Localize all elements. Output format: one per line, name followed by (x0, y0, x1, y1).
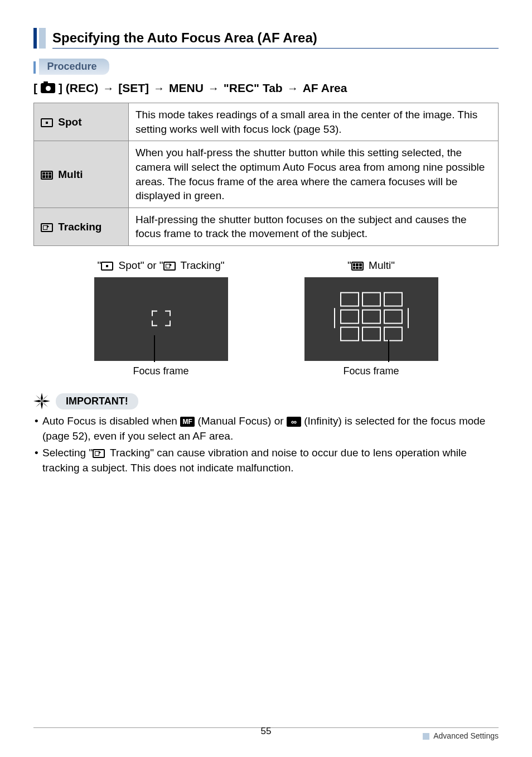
important-label: IMPORTANT! (56, 393, 138, 409)
menu-label: MENU (169, 81, 204, 95)
accent-bar-light (39, 28, 46, 49)
mode-multi-desc: When you half-press the shutter button w… (129, 141, 499, 208)
mf-icon: MF (180, 417, 195, 427)
table-row: Tracking Half-pressing the shutter butto… (34, 208, 499, 245)
mode-spot-desc: This mode takes readings of a small area… (129, 103, 499, 141)
arrow-icon: → (103, 82, 114, 95)
breadcrumb: [ ] (REC) → [SET] → MENU → "REC" Tab → A… (33, 81, 499, 95)
page-footer: 55 Advanced Settings (33, 727, 499, 740)
footer-accent-icon (423, 733, 429, 740)
arrow-icon: → (287, 82, 298, 95)
accent-bar (33, 28, 37, 49)
spot-icon (101, 262, 113, 271)
af-label: AF Area (303, 81, 347, 95)
spot-icon (41, 118, 53, 127)
mode-multi-cell: Multi (34, 141, 129, 208)
procedure-bar-icon (33, 61, 36, 74)
important-section: IMPORTANT! Auto Focus is disabled when M… (33, 393, 499, 475)
focus-frame-brackets (152, 311, 171, 326)
section-title: Specifying the Auto Focus Area (AF Area) (52, 28, 499, 49)
vf-caption-left: Focus frame (94, 365, 228, 377)
page-number: 55 (261, 726, 272, 737)
arrow-icon: → (153, 82, 165, 95)
arrow-icon: → (208, 82, 219, 95)
vf-left-label: " Spot" or " Tracking" (94, 259, 228, 272)
svg-marker-3 (33, 400, 42, 402)
bullet-item: Selecting " Tracking" can cause vibratio… (33, 446, 499, 475)
viewfinder-multi (304, 277, 438, 361)
procedure-heading: Procedure (33, 59, 499, 75)
section-header: Specifying the Auto Focus Area (AF Area) (33, 28, 499, 49)
af-area-table: Spot This mode takes readings of a small… (33, 103, 499, 246)
viewfinder-spot (94, 277, 228, 361)
burst-icon (33, 393, 50, 409)
mode-tracking-label: Tracking (58, 221, 101, 233)
vf-caption-right: Focus frame (304, 365, 438, 377)
vf-spot-tracking-column: " Spot" or " Tracking" Focus frame (94, 259, 228, 377)
svg-marker-2 (41, 401, 43, 409)
mode-spot-cell: Spot (34, 103, 129, 141)
infinity-icon: ∞ (287, 417, 301, 427)
tab-label: "REC" Tab (224, 81, 283, 95)
multi-icon (41, 171, 53, 180)
table-row: Multi When you half-press the shutter bu… (34, 141, 499, 208)
mode-tracking-desc: Half-pressing the shutter button focuses… (129, 208, 499, 245)
pointer-line (154, 335, 155, 362)
svg-marker-0 (41, 393, 43, 401)
tracking-icon (41, 223, 53, 232)
procedure-label: Procedure (39, 59, 109, 75)
tracking-icon (163, 262, 176, 271)
camera-icon (41, 83, 55, 93)
table-row: Spot This mode takes readings of a small… (34, 103, 499, 141)
mode-spot-label: Spot (58, 116, 81, 128)
set-label: [SET] (118, 81, 149, 95)
multi-icon (351, 262, 364, 271)
svg-marker-1 (42, 400, 50, 402)
bracket-open: [ (33, 81, 37, 95)
important-header: IMPORTANT! (33, 393, 499, 409)
focus-frame-grid (340, 292, 403, 341)
mode-multi-label: Multi (58, 168, 83, 180)
mode-tracking-cell: Tracking (34, 208, 129, 245)
rec-label: ] (REC) (59, 81, 98, 95)
vf-multi-column: " Multi" Focus frame (304, 259, 438, 377)
pointer-line (388, 340, 389, 362)
vf-right-label: " Multi" (304, 259, 438, 272)
bullet-item: Auto Focus is disabled when MF (Manual F… (33, 414, 499, 443)
important-bullets: Auto Focus is disabled when MF (Manual F… (33, 414, 499, 475)
viewfinder-examples: " Spot" or " Tracking" Focus frame " Mul… (56, 259, 476, 377)
footer-section: Advanced Settings (423, 731, 499, 740)
tracking-icon (93, 449, 105, 458)
